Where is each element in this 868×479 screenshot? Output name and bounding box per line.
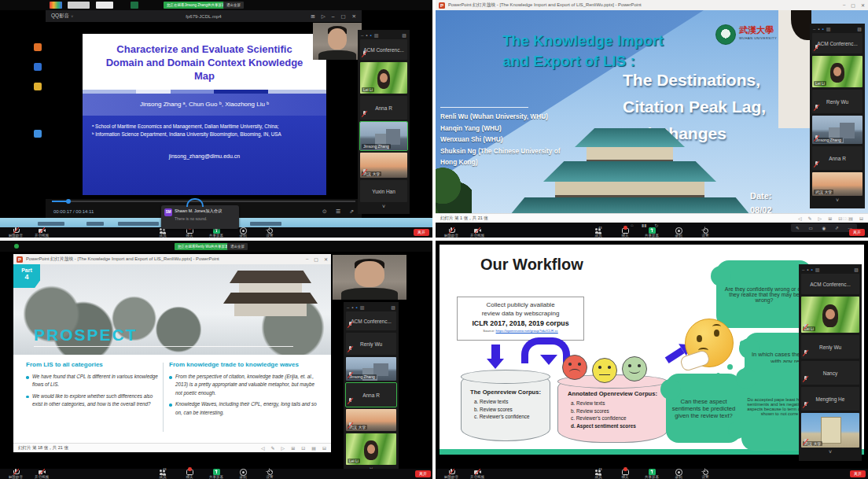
record-button[interactable]: 录制 xyxy=(234,469,252,479)
prev-slide-icon[interactable]: ◁ xyxy=(798,216,802,221)
participant-tile[interactable]: Renly Wu xyxy=(801,335,859,359)
maximize-button[interactable]: ▢ xyxy=(314,256,318,262)
powerpoint-titlebar[interactable]: P PowerPoint 幻灯片放映 - [The Knowledge Impo… xyxy=(436,0,868,10)
start-video-button[interactable]: 开启视频 xyxy=(32,469,51,479)
minimize-button[interactable]: ‒ xyxy=(332,13,335,20)
participant-tile[interactable]: ACM Conferenc... xyxy=(360,39,407,60)
seekbar-knob[interactable] xyxy=(66,199,71,204)
pen-icon[interactable]: ✎ xyxy=(808,216,812,221)
participant-tile[interactable]: Renly Wu xyxy=(346,333,396,355)
webcam-wall-person[interactable] xyxy=(778,10,811,128)
participant-tile[interactable]: Renly Wu xyxy=(812,90,862,113)
leave-meeting-button[interactable]: 离开 xyxy=(415,470,431,477)
share-screen-button[interactable]: 共享屏幕 xyxy=(642,227,661,238)
desktop-icon[interactable] xyxy=(34,63,42,71)
participant-tile[interactable]: Jinsong Zhang xyxy=(812,116,862,144)
pen-icon[interactable]: ✎ xyxy=(796,226,800,230)
participant-tile[interactable]: Lei Li xyxy=(360,62,407,94)
taskbar-item[interactable] xyxy=(86,222,104,226)
fullscreen-icon[interactable]: ⇗ xyxy=(349,208,354,215)
taskbar-item[interactable] xyxy=(250,222,281,226)
card-icon[interactable]: ▭ xyxy=(808,226,812,230)
pen-icon[interactable]: ✎ xyxy=(271,445,275,451)
participant-tile[interactable]: Nancy xyxy=(801,361,859,385)
members-button[interactable]: 43成员 xyxy=(589,227,608,238)
participant-tile[interactable]: Lei Li xyxy=(346,433,396,465)
panel-minimize-icon[interactable]: ‒ xyxy=(802,267,804,272)
panel-minimize-icon[interactable]: ‒ xyxy=(347,305,349,310)
unmute-button[interactable]: 解除静音 xyxy=(6,469,25,479)
expand-participants-chevron-icon[interactable]: ˅ xyxy=(811,197,863,203)
panel-pop-icon[interactable]: ▨ xyxy=(402,32,406,38)
panel-minimize-icon[interactable]: ‒ xyxy=(813,27,815,31)
members-button[interactable]: 43成员 xyxy=(153,469,172,479)
taskbar-item[interactable] xyxy=(118,222,159,226)
notes-view-icon[interactable]: ▤ xyxy=(311,445,316,451)
participant-tile[interactable]: Jinsong Zhang xyxy=(346,357,396,381)
expand-icon[interactable]: ⇗ xyxy=(835,226,839,230)
participant-tile[interactable]: 武汉 大学 xyxy=(360,153,407,178)
participant-tile[interactable]: ACM Conferenc... xyxy=(812,33,862,53)
panel-grid-icon[interactable]: ▥ xyxy=(815,267,820,272)
maximize-button[interactable]: ▢ xyxy=(340,13,345,20)
settings-button[interactable]: 设置 xyxy=(696,227,715,238)
participant-tile[interactable]: 武汉 大学 xyxy=(801,413,859,448)
panel-layout-active-icon[interactable]: ▪ xyxy=(811,267,812,272)
start-video-button[interactable]: 开启视频 xyxy=(468,227,487,238)
app-logo-icon[interactable] xyxy=(50,2,62,9)
panel-pop-icon[interactable]: ▨ xyxy=(857,26,862,31)
grid-view-icon[interactable]: ⊞ xyxy=(291,445,295,451)
minimize-button[interactable]: ‒ xyxy=(306,256,308,262)
cast-icon[interactable]: ⊞ xyxy=(311,13,314,20)
participant-tile[interactable]: Anna R xyxy=(360,96,407,120)
player-titlebar[interactable]: QQ影音 ˅ fp679-JCDL.mp4 ⊞ ▷ ‒ ▢ ✕ xyxy=(46,10,362,22)
playlist-icon[interactable]: ☰ xyxy=(336,208,340,215)
powerpoint-titlebar[interactable]: P PowerPoint 幻灯片放映 - [The Knowledge Impo… xyxy=(13,254,331,264)
leave-meeting-button[interactable]: 离开 xyxy=(850,470,866,477)
desktop-icon[interactable] xyxy=(34,83,42,90)
panel-pop-icon[interactable]: ▨ xyxy=(391,304,395,310)
members-button[interactable]: 43成员 xyxy=(589,469,608,479)
share-screen-button[interactable]: 共享屏幕 xyxy=(207,469,226,479)
participant-tile[interactable]: Jinsong Zhang xyxy=(360,122,407,150)
participant-tile[interactable]: 武汉 大学 xyxy=(346,409,396,431)
leave-meeting-button[interactable]: 离开 xyxy=(849,229,865,236)
close-button[interactable]: ✕ xyxy=(861,2,865,8)
panel-layout-icon[interactable]: ▪ xyxy=(807,267,808,272)
expand-participants-chevron-icon[interactable]: ˅ xyxy=(800,449,860,455)
zoom-view-icon[interactable]: ⊡ xyxy=(301,445,305,451)
settings-button[interactable]: 设置 xyxy=(696,469,715,479)
grid-view-icon[interactable]: ⊞ xyxy=(828,216,832,221)
close-button[interactable]: ✕ xyxy=(324,256,328,262)
unmute-button[interactable]: 解除静音 xyxy=(442,227,461,238)
record-button[interactable]: 录制 xyxy=(669,227,688,238)
next-slide-icon[interactable]: ▷ xyxy=(281,445,285,451)
panel-minimize-icon[interactable]: ‒ xyxy=(361,33,363,38)
panel-layout-active-icon[interactable]: ▪ xyxy=(355,305,357,310)
panel-grid-icon[interactable]: ▥ xyxy=(826,26,831,31)
player-seekbar[interactable] xyxy=(52,201,355,202)
start-video-button[interactable]: 开启视频 xyxy=(468,469,487,479)
participant-tile[interactable]: 武汉 大学 xyxy=(812,172,862,196)
participant-tile[interactable]: Mengting He xyxy=(801,387,859,411)
app-menu[interactable]: QQ影音 xyxy=(51,13,69,20)
panel-layout-icon[interactable]: ▪ xyxy=(818,27,819,31)
desktop-icon[interactable] xyxy=(34,43,42,51)
unmute-button[interactable]: 解除静音 xyxy=(442,469,461,479)
panel-layout-active-icon[interactable]: ▪ xyxy=(822,27,823,31)
participant-tile[interactable]: Anna R xyxy=(346,383,396,407)
source-link[interactable]: https://openreview.net/group?id=ICLR.cc xyxy=(496,329,558,333)
display-icon[interactable]: ⊟ xyxy=(859,216,863,221)
taskbar-item[interactable] xyxy=(38,222,64,226)
unmute-button[interactable]: 解除静音 xyxy=(6,227,25,238)
prev-slide-icon[interactable]: ◁ xyxy=(261,445,265,451)
excel-icon[interactable] xyxy=(131,2,138,9)
chat-button[interactable]: 聊天 xyxy=(616,469,634,479)
display-icon[interactable]: ⊟ xyxy=(322,445,326,451)
panel-grid-icon[interactable]: ▥ xyxy=(360,304,365,310)
settings-button[interactable]: 设置 xyxy=(260,227,279,238)
chat-button[interactable]: 聊天 xyxy=(616,227,634,238)
leave-meeting-button[interactable]: 离开 xyxy=(414,229,429,236)
participant-tile[interactable]: Anna R xyxy=(812,146,862,170)
participant-tile[interactable]: ACM Conferenc... xyxy=(346,311,396,330)
